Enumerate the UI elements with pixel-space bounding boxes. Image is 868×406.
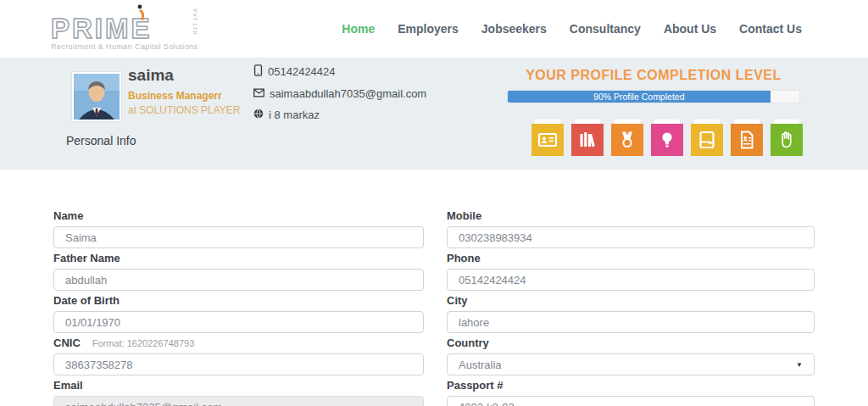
country-label: Country	[447, 336, 489, 349]
date-of-birth-field: Date of Birth	[53, 294, 424, 333]
name-field: Name	[53, 209, 424, 248]
profile-section-buttons	[531, 120, 803, 156]
contact-location: i 8 markaz	[269, 108, 320, 121]
hand-icon	[771, 124, 803, 156]
chevron-down-icon: ▼	[796, 361, 803, 369]
avatar	[72, 72, 121, 121]
brand-suffix: PVT LTD	[192, 8, 198, 35]
email-label: Email	[53, 379, 83, 392]
profile-company: at SOLUTIONS PLAYER	[128, 104, 241, 116]
nav-item-consultancy[interactable]: Consultancy	[570, 22, 641, 36]
profile-hero-band: saima Business Managerr at SOLUTIONS PLA…	[0, 58, 868, 170]
mobile-phone-icon	[253, 64, 263, 79]
profile-completion-fill: 90% Profile Completed	[508, 91, 771, 103]
brand-tagline: Recruitment & Human Capital Solutions	[51, 42, 198, 51]
completion-title: YOUR PROFILE COMPLETION LEVEL	[507, 68, 800, 83]
nav-item-employers[interactable]: Employers	[398, 22, 459, 36]
mobile-field: Mobile	[447, 209, 815, 248]
nav-item-about-us[interactable]: About Us	[664, 22, 716, 36]
globe-icon	[253, 108, 264, 121]
personal-info-heading: Personal Info	[66, 134, 136, 147]
name-input[interactable]	[53, 226, 424, 248]
education-tab-button[interactable]	[571, 120, 604, 156]
notebook-icon	[691, 124, 723, 156]
cnic-input[interactable]	[53, 353, 424, 375]
passport-input[interactable]	[447, 396, 815, 406]
summary-tab-button[interactable]	[691, 120, 723, 156]
contact-email: saimaabdullah7035@gmail.com	[270, 87, 426, 100]
resume-icon	[731, 124, 763, 156]
id-card-icon	[531, 124, 564, 156]
name-label: Name	[53, 209, 83, 222]
father-name-label: Father Name	[53, 252, 120, 264]
passport-field: Passport #	[447, 379, 815, 406]
envelope-icon	[253, 87, 264, 100]
medal-icon	[611, 124, 643, 156]
phone-input[interactable]	[447, 269, 815, 291]
personal-info-tab-button[interactable]	[531, 120, 564, 156]
contact-location-row: i 8 markaz	[253, 108, 426, 121]
nav-item-home[interactable]: Home	[342, 22, 375, 36]
country-select[interactable]: Australia ▼	[447, 353, 815, 375]
mobile-input[interactable]	[447, 226, 815, 248]
city-input[interactable]	[447, 311, 815, 333]
skills-tab-button[interactable]	[651, 120, 683, 156]
phone-field: Phone	[447, 252, 815, 291]
passport-label: Passport #	[447, 379, 503, 392]
brand-name: PRIME	[51, 16, 198, 42]
email-input	[53, 396, 424, 406]
city-field: City	[447, 294, 815, 333]
city-label: City	[447, 294, 468, 307]
date-of-birth-input[interactable]	[53, 311, 424, 333]
date-of-birth-label: Date of Birth	[53, 294, 120, 307]
nav-item-contact-us[interactable]: Contact Us	[739, 22, 802, 36]
father-name-field: Father Name	[53, 252, 424, 291]
contact-email-row: saimaabdullah7035@gmail.com	[253, 87, 426, 100]
resume-tab-button[interactable]	[731, 120, 763, 156]
contact-phone-row: 05142424424	[253, 64, 426, 79]
cnic-field: CNIC Format: 1620226748793	[53, 336, 424, 375]
experience-tab-button[interactable]	[611, 120, 643, 156]
personal-info-form: Name Father Name Date of Birth CNIC Form…	[0, 170, 868, 406]
form-right-column: Mobile Phone City Country Australia ▼ Pa…	[447, 209, 815, 406]
brand-logo[interactable]: PRIME PVT LTD Recruitment & Human Capita…	[51, 8, 198, 51]
email-field: Email	[53, 379, 424, 406]
phone-label: Phone	[447, 252, 481, 264]
profile-completion-bar: 90% Profile Completed	[507, 90, 800, 103]
form-left-column: Name Father Name Date of Birth CNIC Form…	[53, 209, 424, 406]
books-icon	[571, 124, 604, 156]
logo-person-icon	[132, 4, 147, 25]
country-field: Country Australia ▼	[447, 336, 815, 375]
profile-name: saima	[128, 66, 174, 85]
profile-role: Business Managerr	[128, 90, 222, 102]
header: PRIME PVT LTD Recruitment & Human Capita…	[0, 0, 868, 58]
main-nav: Home Employers Jobseekers Consultancy Ab…	[342, 22, 868, 36]
preferences-tab-button[interactable]	[771, 120, 803, 156]
cnic-format-hint: Format: 1620226748793	[92, 338, 194, 348]
lightbulb-icon	[651, 124, 683, 156]
mobile-label: Mobile	[447, 209, 481, 222]
father-name-input[interactable]	[53, 269, 424, 291]
country-selected-value: Australia	[459, 359, 502, 371]
contact-phone: 05142424424	[268, 65, 336, 78]
nav-item-jobseekers[interactable]: Jobseekers	[481, 22, 547, 36]
cnic-label: CNIC	[53, 336, 81, 349]
contact-info: 05142424424 saimaabdullah7035@gmail.com …	[253, 64, 426, 130]
